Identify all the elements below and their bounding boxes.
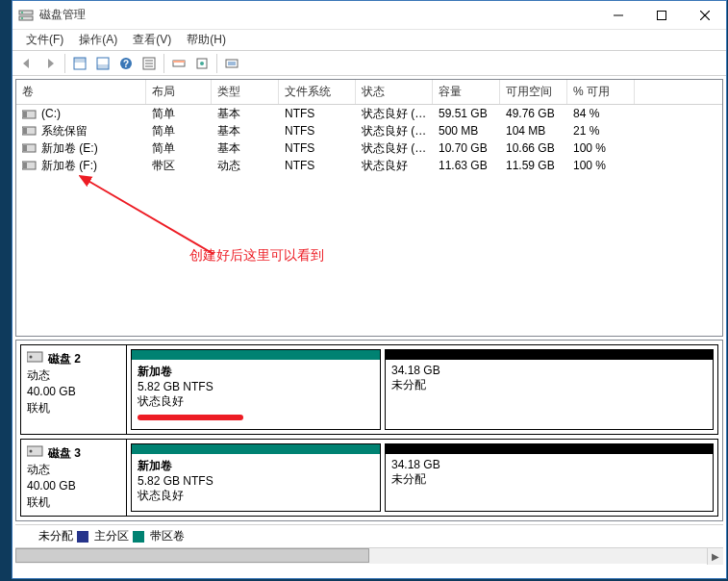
- volume-box[interactable]: 34.18 GB未分配: [385, 443, 714, 512]
- volume-box-info: 5.82 GB NTFS: [138, 474, 374, 488]
- disk-status: 联机: [27, 494, 120, 511]
- volume-fs: NTFS: [279, 140, 356, 156]
- volume-stripe: [386, 444, 713, 454]
- volume-status: 状态良好: [356, 157, 433, 175]
- menu-view[interactable]: 查看(V): [127, 30, 177, 50]
- volume-box[interactable]: 34.18 GB未分配: [385, 349, 714, 430]
- menu-file[interactable]: 文件(F): [20, 30, 69, 50]
- view-top-button[interactable]: [69, 53, 90, 74]
- annotation-underline: [138, 415, 243, 420]
- volume-list-header: 卷 布局 类型 文件系统 状态 容量 可用空间 % 可用: [16, 80, 722, 105]
- volume-row[interactable]: 系统保留简单基本NTFS状态良好 (…500 MB104 MB21 %: [16, 122, 722, 139]
- volume-stripe: [386, 350, 713, 360]
- volume-box-info: 34.18 GB: [391, 458, 707, 471]
- legend: 未分配 主分区 带区卷: [15, 524, 723, 547]
- volume-capacity: 10.70 GB: [433, 140, 500, 156]
- disk-type: 动态: [27, 367, 120, 384]
- volume-name: (C:): [41, 107, 61, 120]
- scrollbar-right-arrow[interactable]: ▶: [707, 548, 723, 565]
- volume-layout: 简单: [146, 105, 212, 123]
- column-capacity[interactable]: 容量: [433, 80, 500, 104]
- properties-button[interactable]: [191, 53, 213, 74]
- legend-swatch-primary: [77, 531, 88, 543]
- svg-rect-36: [27, 446, 42, 456]
- minimize-button[interactable]: [596, 1, 640, 29]
- volume-percent: 100 %: [567, 140, 635, 156]
- svg-line-33: [87, 180, 213, 254]
- volume-list-body[interactable]: (C:)简单基本NTFS状态良好 (…59.51 GB49.76 GB84 %系…: [16, 105, 722, 336]
- disk-name: 磁盘 2: [48, 352, 81, 366]
- volume-type: 基本: [212, 105, 279, 123]
- volume-type: 动态: [212, 157, 279, 175]
- scrollbar-thumb[interactable]: [15, 548, 369, 563]
- volume-layout: 简单: [146, 122, 212, 140]
- column-layout[interactable]: 布局: [146, 80, 212, 104]
- volume-layout: 带区: [146, 157, 212, 175]
- disk-info: 磁盘 3动态40.00 GB联机: [21, 440, 127, 516]
- list-view-button[interactable]: [168, 53, 189, 74]
- volume-capacity: 59.51 GB: [433, 106, 500, 121]
- disk-icon: [27, 351, 44, 363]
- menu-action[interactable]: 操作(A): [73, 30, 123, 50]
- close-button[interactable]: [683, 1, 726, 29]
- column-percent[interactable]: % 可用: [567, 80, 635, 104]
- refresh-button[interactable]: [138, 53, 160, 74]
- volume-layout: 简单: [146, 139, 212, 158]
- disk-volumes: 新加卷5.82 GB NTFS状态良好34.18 GB未分配: [127, 440, 717, 516]
- column-free[interactable]: 可用空间: [500, 80, 567, 104]
- toolbar-separator: [163, 54, 164, 73]
- volume-box[interactable]: 新加卷5.82 GB NTFS状态良好: [131, 349, 381, 430]
- menu-help[interactable]: 帮助(H): [181, 30, 232, 50]
- svg-text:?: ?: [123, 59, 129, 69]
- disk-management-window: 磁盘管理 文件(F) 操作(A) 查看(V) 帮助(H) ?: [12, 0, 727, 579]
- menubar: 文件(F) 操作(A) 查看(V) 帮助(H): [13, 30, 726, 51]
- volume-box-status: 未分配: [391, 377, 707, 393]
- horizontal-scrollbar[interactable]: ▶: [15, 547, 723, 564]
- column-type[interactable]: 类型: [212, 80, 279, 104]
- volume-type: 基本: [212, 139, 279, 158]
- disk-status: 联机: [27, 400, 120, 417]
- view-bottom-button[interactable]: [92, 53, 113, 74]
- back-button[interactable]: [16, 53, 38, 74]
- svg-point-37: [30, 450, 33, 453]
- toolbar-separator: [216, 54, 217, 73]
- column-volume[interactable]: 卷: [16, 80, 146, 104]
- content-area: 卷 布局 类型 文件系统 状态 容量 可用空间 % 可用 (C:)简单基本NTF…: [13, 79, 726, 581]
- volume-box-status: 状态良好: [138, 488, 374, 504]
- volume-box-name: 新加卷: [138, 364, 374, 380]
- svg-point-2: [21, 12, 23, 13]
- volume-capacity: 11.63 GB: [433, 158, 500, 173]
- disk-volumes: 新加卷5.82 GB NTFS状态良好34.18 GB未分配: [127, 345, 717, 434]
- help-button[interactable]: ?: [115, 53, 137, 74]
- disk-name: 磁盘 3: [48, 446, 81, 460]
- volume-row[interactable]: (C:)简单基本NTFS状态良好 (…59.51 GB49.76 GB84 %: [16, 105, 722, 122]
- maximize-button[interactable]: [640, 1, 683, 29]
- svg-rect-22: [226, 60, 238, 67]
- forward-button[interactable]: [39, 53, 61, 74]
- volume-name: 系统保留: [41, 124, 88, 138]
- volume-fs: NTFS: [279, 123, 356, 139]
- volume-row[interactable]: 新加卷 (E:)简单基本NTFS状态良好 (…10.70 GB10.66 GB1…: [16, 139, 722, 157]
- svg-point-21: [200, 62, 204, 65]
- volume-status: 状态良好 (…: [356, 139, 433, 158]
- svg-rect-30: [23, 145, 27, 151]
- volume-box-status: 状态良好: [138, 393, 374, 410]
- volume-row[interactable]: 新加卷 (F:)带区动态NTFS状态良好11.63 GB11.59 GB100 …: [16, 157, 722, 174]
- disk-type: 动态: [27, 462, 120, 478]
- column-status[interactable]: 状态: [356, 80, 433, 104]
- annotation-text: 创建好后这里可以看到: [189, 247, 324, 265]
- svg-rect-19: [173, 61, 185, 63]
- column-filesystem[interactable]: 文件系统: [279, 80, 356, 104]
- volume-type: 基本: [212, 122, 279, 140]
- svg-rect-5: [657, 11, 665, 19]
- volume-box-info: 34.18 GB: [391, 364, 707, 377]
- volume-box-name: 新加卷: [138, 458, 374, 474]
- settings-button[interactable]: [221, 53, 242, 74]
- toolbar: ?: [13, 51, 726, 76]
- volume-free: 11.59 GB: [500, 158, 567, 173]
- volume-percent: 21 %: [567, 123, 635, 139]
- volume-box[interactable]: 新加卷5.82 GB NTFS状态良好: [131, 443, 381, 512]
- volume-fs: NTFS: [279, 106, 356, 121]
- legend-label-primary: 主分区: [94, 528, 129, 544]
- disk-info: 磁盘 2动态40.00 GB联机: [21, 345, 127, 434]
